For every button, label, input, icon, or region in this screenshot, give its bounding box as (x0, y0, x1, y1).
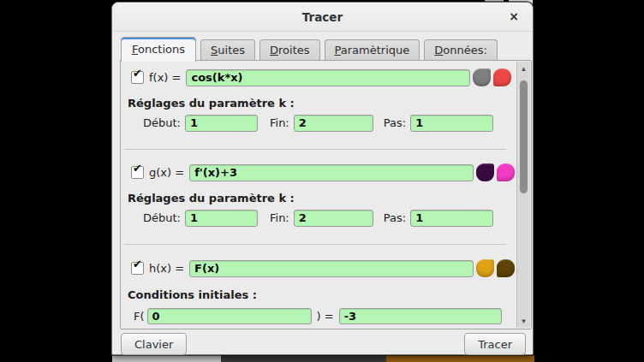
window-title: Tracer (112, 10, 533, 24)
tab-droites[interactable]: Droites (259, 39, 320, 61)
fin-label: Fin: (270, 116, 289, 129)
close-icon[interactable]: × (506, 9, 522, 24)
pas-value: 1 (415, 211, 423, 224)
fin-value: 2 (299, 116, 307, 129)
fin-value: 2 (299, 211, 307, 224)
tab-donnees[interactable]: Données: (424, 39, 498, 61)
debut-value: 1 (190, 116, 198, 129)
pas-label: Pas: (384, 211, 406, 224)
conditions-heading: Conditions initiales : (128, 288, 516, 302)
condition-equals: ) = (317, 310, 334, 323)
function-g-color-swatch-1[interactable] (476, 163, 494, 181)
tab-label: uites (218, 44, 245, 56)
initial-conditions-row: F( 0 ) = -3 (121, 307, 516, 324)
function-f-label: f(x) = (149, 71, 181, 84)
function-f-formula-input[interactable]: cos(k*x) (186, 69, 470, 86)
tab-label: P (335, 44, 341, 56)
functions-scroll-area: ✔ f(x) = cos(k*x) Réglages du paramètre … (120, 60, 532, 329)
functions-list: ✔ f(x) = cos(k*x) Réglages du paramètre … (121, 61, 516, 324)
pas-input-f[interactable]: 1 (410, 115, 493, 132)
tracer-dialog: Tracer × Fonctions Suites Droites Paramè… (111, 2, 534, 355)
tab-bar: Fonctions Suites Droites Paramètrique Do… (121, 37, 524, 61)
fin-input-f[interactable]: 2 (294, 115, 373, 132)
fin-input-g[interactable]: 2 (294, 210, 373, 227)
debut-input-g[interactable]: 1 (185, 210, 258, 227)
function-g-label: g(x) = (149, 166, 184, 179)
fin-label: Fin: (270, 211, 289, 224)
param-row-g: Début: 1 Fin: 2 Pas: 1 (121, 209, 516, 227)
separator (124, 149, 506, 150)
checkmark-icon: ✔ (133, 67, 142, 80)
function-row-h: ✔ h(x) = F(x) (121, 259, 516, 277)
tab-label: D (434, 44, 443, 56)
pas-input-g[interactable]: 1 (410, 210, 493, 227)
pas-value: 1 (415, 116, 423, 129)
screen: Tracer × Fonctions Suites Droites Paramè… (0, 0, 644, 362)
function-g-formula-input[interactable]: f'(x)+3 (189, 164, 474, 181)
checkmark-icon: ✔ (133, 162, 142, 175)
function-h-color-swatch-1[interactable] (476, 259, 494, 277)
function-f-enabled-checkbox[interactable]: ✔ (131, 71, 144, 84)
tab-label: onctions (138, 43, 185, 56)
scroll-down-icon[interactable]: ▾ (517, 317, 530, 325)
function-g-enabled-checkbox[interactable]: ✔ (131, 166, 144, 179)
function-h-formula-input[interactable]: F(x) (189, 260, 474, 277)
background-window-strip (386, 355, 534, 362)
scrollbar-thumb[interactable] (520, 80, 528, 193)
scroll-up-icon[interactable]: ▴ (517, 64, 530, 73)
condition-value-input[interactable]: -3 (339, 308, 502, 324)
checkmark-icon: ✔ (133, 258, 142, 270)
tab-label: D (270, 44, 278, 56)
separator (124, 244, 506, 245)
function-h-color-swatch-2[interactable] (497, 259, 515, 277)
tracer-button[interactable]: Tracer (464, 333, 526, 355)
param-heading-f: Réglages du paramètre k : (128, 97, 516, 110)
tab-label: roites (278, 44, 310, 56)
tab-label: aramètrique (341, 44, 409, 56)
function-row-f: ✔ f(x) = cos(k*x) (121, 68, 516, 86)
function-h-enabled-checkbox[interactable]: ✔ (131, 262, 144, 275)
vertical-scrollbar[interactable]: ▴ ▾ (516, 62, 530, 328)
argument-value: 0 (152, 310, 160, 323)
tab-label: F (132, 43, 138, 56)
titlebar[interactable]: Tracer × (112, 3, 533, 32)
function-f-color-swatch-2[interactable] (493, 68, 511, 86)
condition-value: -3 (344, 310, 356, 323)
clavier-button-label: Clavier (134, 338, 173, 351)
clavier-button[interactable]: Clavier (121, 333, 187, 355)
tab-label: onnées: (443, 44, 487, 56)
formula-value: F(x) (194, 262, 219, 275)
function-f-color-swatch-1[interactable] (473, 68, 491, 86)
condition-argument-input[interactable]: 0 (147, 308, 312, 324)
debut-input-f[interactable]: 1 (185, 115, 258, 132)
tab-parametrique[interactable]: Paramètrique (325, 39, 420, 61)
debut-value: 1 (190, 211, 198, 224)
condition-prefix: F( (134, 310, 145, 323)
background-window-strip (221, 355, 386, 362)
background-window-strip (112, 355, 221, 362)
tab-suites[interactable]: Suites (200, 39, 255, 61)
param-heading-g: Réglages du paramètre k : (128, 192, 516, 205)
formula-value: f'(x)+3 (194, 166, 237, 179)
function-row-g: ✔ g(x) = f'(x)+3 (121, 163, 516, 181)
function-g-color-swatch-2[interactable] (497, 163, 515, 181)
tab-fonctions[interactable]: Fonctions (121, 37, 196, 62)
debut-label: Début: (143, 116, 181, 129)
debut-label: Début: (143, 211, 181, 224)
tracer-button-label: Tracer (478, 338, 512, 351)
param-row-f: Début: 1 Fin: 2 Pas: 1 (121, 114, 516, 132)
pas-label: Pas: (384, 116, 406, 129)
function-h-label: h(x) = (149, 262, 184, 275)
formula-value: cos(k*x) (191, 71, 242, 84)
